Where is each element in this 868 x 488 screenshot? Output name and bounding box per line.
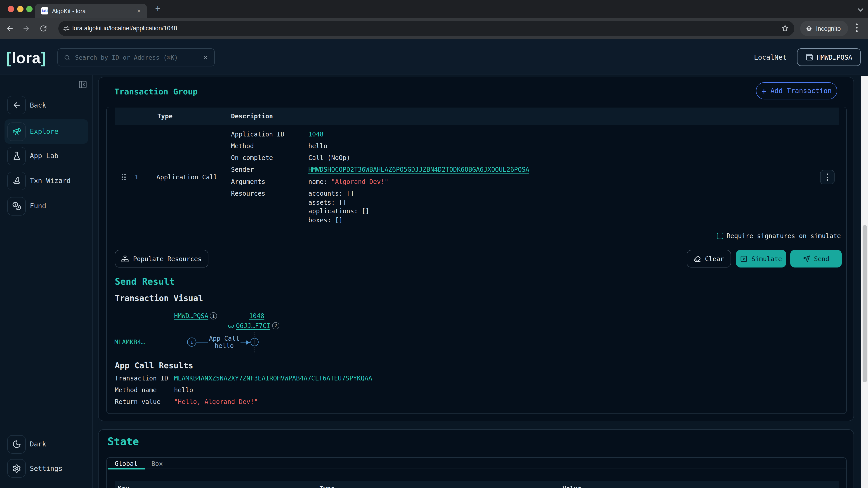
sidebar-item-label: Fund — [30, 202, 46, 210]
graph-txn-link[interactable]: MLAMKB4… — [114, 338, 145, 346]
tab-title: AlgoKit - lora — [52, 8, 86, 14]
field-label: Sender — [231, 166, 254, 173]
browser-tab[interactable]: [ak] AlgoKit - lora × — [35, 4, 147, 18]
sidebar-item-label: App Lab — [30, 152, 58, 160]
transaction-group-title: Transaction Group — [114, 87, 197, 96]
result-txn-id-link[interactable]: MLAMKB4ANXZ5NA2XY7ZNF3EAIROHVWPAB4A7CLT6… — [174, 375, 372, 382]
browser-tab-bar: [ak] AlgoKit - lora × + — [0, 0, 868, 18]
divider — [107, 228, 846, 228]
reload-icon[interactable] — [40, 25, 47, 32]
wallet-icon — [805, 53, 813, 61]
plus-icon: + — [762, 86, 767, 96]
scrollbar-track[interactable] — [861, 76, 868, 488]
sidebar-item-settings[interactable]: Settings — [7, 459, 63, 478]
transaction-group-card: Transaction Group + Add Transaction Type… — [98, 77, 854, 421]
forward-icon[interactable] — [22, 24, 30, 33]
add-transaction-button[interactable]: + Add Transaction — [756, 82, 837, 99]
link-icon — [228, 323, 234, 329]
search-clear-icon[interactable] — [203, 55, 209, 60]
sidebar-item-label: Txn Wizard — [30, 177, 71, 185]
sidebar-item-fund[interactable]: Fund — [7, 197, 46, 215]
field-value: Call (NoOp) — [308, 154, 350, 161]
search-input[interactable] — [75, 54, 198, 61]
back-icon[interactable] — [6, 24, 14, 33]
sidebar-item-dark[interactable]: Dark — [7, 435, 46, 453]
resource-value: boxes: [] — [308, 216, 343, 223]
graph-account-link[interactable]: HMWD…PQSA — [174, 312, 209, 320]
traffic-light-minimize[interactable] — [17, 6, 23, 12]
field-label: Resources — [231, 190, 266, 197]
transaction-visual-title: Transaction Visual — [115, 293, 203, 303]
row-menu-button[interactable] — [820, 170, 835, 184]
edge-label-top: App Call — [209, 335, 240, 342]
wallet-button[interactable]: HMWD…PQSA — [797, 48, 861, 66]
sidebar-item-back[interactable]: Back — [7, 96, 46, 114]
sidebar-item-app-lab[interactable]: App Lab — [7, 147, 58, 165]
send-result-title: Send Result — [115, 276, 175, 287]
result-return-value: "Hello, Algorand Dev!" — [174, 398, 258, 405]
traffic-light-close[interactable] — [8, 6, 14, 12]
active-tab-underline — [108, 468, 145, 469]
traffic-light-zoom[interactable] — [26, 6, 33, 12]
simulate-button[interactable]: Simulate — [736, 250, 786, 267]
browser-menu-icon[interactable] — [856, 24, 857, 32]
play-icon — [740, 255, 747, 262]
site-settings-icon[interactable] — [63, 25, 70, 32]
eraser-icon — [694, 255, 701, 262]
sidebar: Back Explore App Lab Txn Wizard Fund — [0, 75, 93, 488]
network-label[interactable]: LocalNet — [754, 53, 787, 61]
graph-group-link[interactable]: O6JJ…F7CI — [236, 322, 270, 329]
send-button[interactable]: Send — [790, 250, 842, 267]
url-bar[interactable]: lora.algokit.io/localnet/application/104… — [58, 21, 794, 36]
drag-handle[interactable] — [122, 174, 126, 180]
state-title: State — [107, 435, 139, 447]
tab-box[interactable]: Box — [145, 458, 170, 469]
result-method-value: hello — [174, 386, 193, 394]
state-card: State Global Box Key Type Value — [98, 429, 854, 488]
populate-resources-button[interactable]: Populate Resources — [115, 250, 209, 267]
new-tab-button[interactable]: + — [151, 3, 164, 15]
field-label: Application ID — [231, 131, 284, 138]
app-header: [lora] LocalNet HMWD…PQSA — [0, 39, 868, 75]
graph-end-node — [250, 338, 258, 346]
url-text[interactable]: lora.algokit.io/localnet/application/104… — [72, 25, 177, 31]
app-call-results-title: App Call Results — [115, 361, 193, 370]
graph-edge — [196, 342, 208, 343]
sidebar-item-label: Back — [30, 101, 46, 109]
require-signatures-checkbox[interactable] — [717, 232, 723, 239]
require-signatures-label: Require signatures on simulate — [726, 232, 841, 239]
field-label: Method — [231, 142, 254, 149]
state-panel: Global Box Key Type Value — [106, 457, 846, 488]
field-label: Arguments — [231, 178, 266, 185]
edge-label-bottom: hello — [215, 342, 234, 349]
sidebar-collapse-icon[interactable] — [78, 80, 87, 89]
column-value: Value — [562, 485, 581, 488]
sender-link[interactable]: HMWDSHQCOPD2T36WBAHLAZ6PO5GDJJZBN4D2TODK… — [308, 166, 529, 173]
result-label: Transaction ID — [115, 375, 168, 382]
sidebar-item-explore[interactable]: Explore — [7, 122, 58, 141]
search-box[interactable] — [57, 48, 215, 66]
result-label: Return value — [115, 398, 160, 405]
graph-arrow — [246, 340, 250, 345]
resource-value: assets: [] — [308, 199, 346, 206]
clear-button[interactable]: Clear — [687, 250, 731, 267]
sidebar-item-txn-wizard[interactable]: Txn Wizard — [7, 171, 71, 190]
graph-edge — [241, 342, 246, 343]
coins-icon — [12, 201, 21, 210]
tab-close-icon[interactable]: × — [135, 7, 143, 14]
graph-app-link[interactable]: 1048 — [249, 312, 264, 320]
bookmark-star-icon[interactable] — [781, 24, 789, 32]
search-icon — [64, 54, 70, 61]
application-id-link[interactable]: 1048 — [308, 131, 323, 138]
resource-value: accounts: [] — [308, 190, 354, 197]
transaction-group-panel: Type Description 1 Application Call Appl… — [106, 107, 846, 414]
field-value: hello — [308, 142, 327, 149]
result-label: Method name — [115, 386, 157, 394]
moon-icon — [12, 440, 21, 449]
lora-logo: [lora] — [6, 49, 46, 67]
tab-search-chevron-icon[interactable] — [858, 6, 863, 11]
column-type: Type — [157, 112, 173, 120]
tab-global[interactable]: Global — [108, 458, 145, 469]
scrollbar-thumb[interactable] — [862, 225, 867, 382]
column-type: Type — [319, 485, 335, 488]
